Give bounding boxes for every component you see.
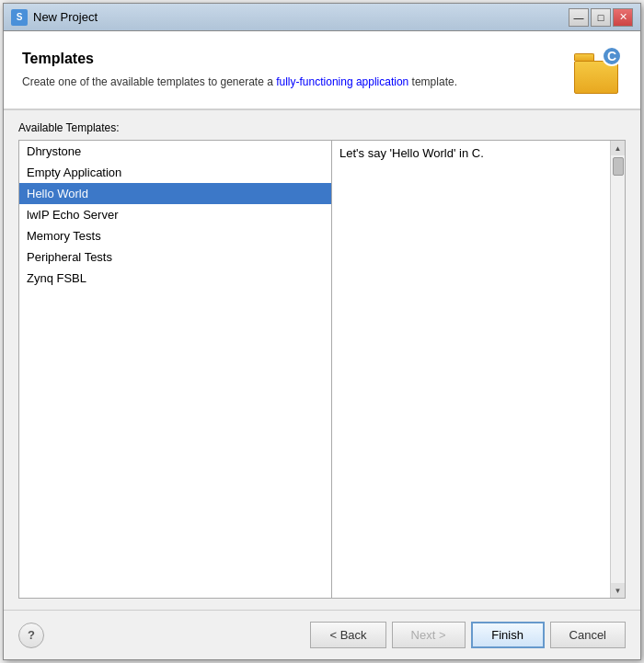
desc-link[interactable]: fully-functioning application — [276, 75, 408, 88]
available-templates-label: Available Templates: — [18, 121, 626, 134]
list-item[interactable]: Memory Tests — [19, 225, 331, 246]
scroll-up-arrow[interactable]: ▲ — [611, 141, 625, 155]
maximize-button[interactable]: □ — [591, 8, 611, 27]
desc-part2: template. — [408, 75, 457, 88]
description-scrollbar[interactable]: ▲ ▼ — [610, 141, 625, 598]
folder-tab — [574, 53, 594, 61]
scroll-down-arrow[interactable]: ▼ — [611, 583, 625, 598]
page-title: Templates — [22, 51, 559, 67]
header-text-area: Templates Create one of the available te… — [22, 51, 559, 90]
list-item[interactable]: Empty Application — [19, 162, 331, 183]
content-area: Available Templates: Dhrystone Empty App… — [4, 110, 640, 610]
minimize-button[interactable]: — — [569, 8, 589, 27]
help-button[interactable]: ? — [18, 623, 44, 648]
footer: ? < Back Next > Finish Cancel — [4, 610, 640, 659]
template-list[interactable]: Dhrystone Empty Application Hello World … — [19, 141, 332, 598]
lists-container: Dhrystone Empty Application Hello World … — [18, 140, 626, 599]
window-controls: — □ ✕ — [569, 8, 633, 27]
footer-buttons: < Back Next > Finish Cancel — [310, 622, 626, 648]
back-button[interactable]: < Back — [310, 622, 385, 648]
folder-icon: C — [574, 46, 622, 94]
gear-icon: C — [602, 46, 622, 66]
app-icon: S — [11, 9, 28, 26]
header-description: Create one of the available templates to… — [22, 74, 559, 90]
list-item[interactable]: Zynq FSBL — [19, 268, 331, 289]
main-window: S New Project — □ ✕ Templates Create one… — [3, 3, 641, 660]
list-item[interactable]: lwIP Echo Server — [19, 204, 331, 225]
desc-part1: Create one of the available templates to… — [22, 75, 276, 88]
window-title: New Project — [33, 10, 569, 24]
list-item-hello-world[interactable]: Hello World — [19, 183, 331, 204]
list-item[interactable]: Dhrystone — [19, 141, 331, 162]
description-pane: Let's say 'Hello World' in C. ▲ ▼ — [332, 141, 625, 598]
header-icon-area: C — [574, 46, 622, 94]
title-bar: S New Project — □ ✕ — [4, 4, 640, 31]
scroll-thumb[interactable] — [613, 157, 624, 176]
cancel-button[interactable]: Cancel — [550, 622, 626, 648]
list-item[interactable]: Peripheral Tests — [19, 246, 331, 268]
template-description: Let's say 'Hello World' in C. — [339, 146, 617, 160]
next-button[interactable]: Next > — [392, 622, 466, 648]
finish-button[interactable]: Finish — [471, 622, 545, 648]
close-button[interactable]: ✕ — [613, 8, 633, 27]
header-section: Templates Create one of the available te… — [4, 31, 640, 110]
